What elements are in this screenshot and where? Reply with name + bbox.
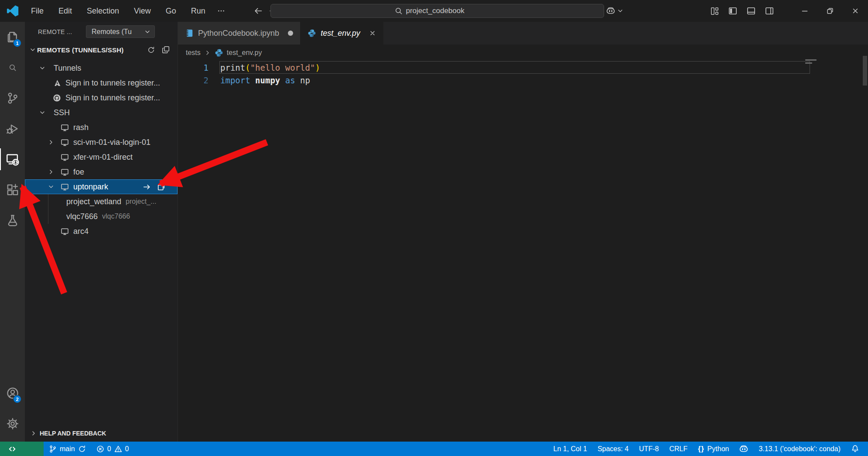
statusbar-item-label: UTF-8 bbox=[639, 445, 659, 453]
chevron-right-icon[interactable] bbox=[48, 139, 55, 146]
statusbar-item-bell[interactable] bbox=[846, 442, 865, 456]
editor-scrollbar[interactable] bbox=[863, 56, 867, 86]
activity-item-extensions[interactable] bbox=[0, 175, 25, 205]
tree-item-xfer-vm-01-direct[interactable]: xfer-vm-01-direct bbox=[25, 150, 178, 165]
branch-status[interactable]: main bbox=[44, 442, 91, 456]
tree-item-sign-in-to-tunnels-register[interactable]: Sign in to tunnels register... bbox=[25, 90, 178, 105]
remotes-tree: TunnelsSign in to tunnels register...Sig… bbox=[25, 58, 178, 239]
statusbar-item-utf-8[interactable]: UTF-8 bbox=[634, 442, 664, 456]
menu-edit[interactable]: Edit bbox=[53, 4, 78, 18]
statusbar-item-spaces-4[interactable]: Spaces: 4 bbox=[592, 442, 634, 456]
toggle-primary-sidebar-icon[interactable] bbox=[728, 7, 737, 15]
breadcrumb-file[interactable]: test_env.py bbox=[227, 49, 262, 57]
refresh-icon[interactable] bbox=[147, 46, 155, 54]
back-arrow-icon[interactable] bbox=[254, 7, 263, 15]
tree-item-sign-in-to-tunnels-register[interactable]: Sign in to tunnels register... bbox=[25, 75, 178, 90]
code-editor[interactable]: 1print("hello world")2import numpy as np bbox=[178, 61, 868, 86]
statusbar-item-3-13-1-codebook-conda[interactable]: 3.13.1 ('codebook': conda) bbox=[753, 442, 846, 456]
search-icon bbox=[9, 64, 17, 72]
activity-item-search[interactable] bbox=[0, 52, 25, 83]
minimap[interactable] bbox=[805, 59, 817, 65]
tree-item-label: foe bbox=[73, 168, 84, 177]
tree-item-sci-vm-01-via-login-01[interactable]: sci-vm-01-via-login-01 bbox=[25, 135, 178, 150]
connect-current-window-icon[interactable] bbox=[143, 183, 151, 191]
tree-item-foe[interactable]: foe bbox=[25, 165, 178, 179]
open-windows-icon[interactable] bbox=[162, 46, 170, 54]
code-token: numpy bbox=[255, 75, 280, 85]
menu-go[interactable]: Go bbox=[160, 4, 182, 18]
tab-label: PythonCodebook.ipynb bbox=[198, 29, 279, 38]
tree-item-rash[interactable]: rash bbox=[25, 120, 178, 135]
python-icon bbox=[308, 29, 316, 38]
command-center-search[interactable] bbox=[270, 4, 604, 18]
close-button[interactable] bbox=[843, 0, 868, 22]
tree-item-ssh[interactable]: SSH bbox=[25, 105, 178, 120]
statusbar-item-copilot[interactable] bbox=[734, 442, 753, 456]
activity-item-source-control[interactable] bbox=[0, 83, 25, 113]
customize-layout-icon[interactable] bbox=[711, 7, 719, 15]
code-line-1[interactable]: 1print("hello world") bbox=[178, 61, 868, 74]
tab-test-env-py[interactable]: test_env.py bbox=[301, 22, 383, 45]
chevron-down-icon[interactable] bbox=[39, 65, 46, 72]
code-line-2[interactable]: 2import numpy as np bbox=[178, 74, 868, 86]
toggle-secondary-sidebar-icon[interactable] bbox=[765, 7, 774, 15]
tree-item-label: rash bbox=[73, 123, 89, 132]
minimize-button[interactable] bbox=[792, 0, 817, 22]
tree-item-description: vlqc7666 bbox=[102, 213, 130, 220]
chevron-down-icon[interactable] bbox=[48, 183, 55, 190]
menu-selection[interactable]: Selection bbox=[81, 4, 125, 18]
monitor-icon bbox=[61, 183, 69, 191]
menu-bar: FileEditSelectionViewGoRun bbox=[25, 4, 211, 18]
help-and-feedback-section[interactable]: HELP AND FEEDBACK bbox=[25, 427, 178, 440]
code-token bbox=[295, 75, 300, 85]
settings-icon bbox=[7, 418, 19, 430]
tree-item-arc4[interactable]: arc4 bbox=[25, 224, 178, 239]
activity-item-accounts[interactable]: 2 bbox=[0, 378, 25, 408]
tree-item-label: uptonpark bbox=[73, 182, 108, 192]
chevron-down-icon[interactable] bbox=[39, 109, 46, 116]
activity-item-remote-explorer[interactable] bbox=[0, 144, 25, 175]
problems-status[interactable]: 0 0 bbox=[91, 442, 134, 456]
statusbar-item-ln-1-col-1[interactable]: Ln 1, Col 1 bbox=[548, 442, 592, 456]
tree-item-tunnels[interactable]: Tunnels bbox=[25, 61, 178, 75]
code-token: np bbox=[300, 75, 310, 85]
remote-scope-dropdown[interactable]: Remotes (Tu bbox=[86, 25, 155, 38]
statusbar-item-crlf[interactable]: CRLF bbox=[664, 442, 693, 456]
tree-item-project-wetland[interactable]: project_wetlandproject_... bbox=[25, 194, 178, 209]
copilot-icon[interactable] bbox=[606, 7, 615, 15]
chevron-down-icon[interactable] bbox=[617, 7, 624, 14]
remote-indicator[interactable] bbox=[0, 442, 44, 456]
remote-scope-label: Remotes (Tu bbox=[92, 28, 132, 36]
activity-item-explorer[interactable]: 1 bbox=[0, 22, 25, 52]
activity-item-settings[interactable] bbox=[0, 408, 25, 439]
code-token bbox=[250, 75, 255, 85]
menu-view[interactable]: View bbox=[128, 4, 157, 18]
statusbar-item-python[interactable]: {}Python bbox=[693, 442, 734, 456]
source-control-icon bbox=[7, 92, 19, 104]
braces-icon: {} bbox=[698, 445, 704, 453]
menu-run[interactable]: Run bbox=[185, 4, 211, 18]
toggle-panel-icon[interactable] bbox=[747, 7, 755, 15]
chevron-down-icon bbox=[144, 28, 151, 35]
tree-item-uptonpark[interactable]: uptonpark bbox=[25, 179, 178, 194]
connect-new-window-icon[interactable] bbox=[157, 183, 165, 191]
tab-pythoncodebook-ipynb[interactable]: PythonCodebook.ipynb bbox=[178, 22, 301, 45]
activity-item-testing[interactable] bbox=[0, 205, 25, 236]
testing-icon bbox=[7, 214, 19, 226]
tree-item-label: xfer-vm-01-direct bbox=[73, 153, 133, 162]
close-tab-icon[interactable] bbox=[369, 30, 376, 37]
chevron-right-icon[interactable] bbox=[48, 168, 55, 175]
chevron-down-icon bbox=[29, 46, 36, 53]
activity-item-run-and-debug[interactable] bbox=[0, 113, 25, 144]
tree-item-vlqc7666[interactable]: vlqc7666vlqc7666 bbox=[25, 209, 178, 224]
search-input[interactable] bbox=[406, 7, 480, 15]
line-number: 2 bbox=[178, 75, 208, 85]
restore-button[interactable] bbox=[817, 0, 843, 22]
monitor-icon bbox=[61, 138, 69, 147]
breadcrumb[interactable]: tests test_env.py bbox=[178, 45, 868, 61]
remotes-section-header[interactable]: REMOTES (TUNNELS/SSH) bbox=[25, 41, 178, 58]
menu-file[interactable]: File bbox=[25, 4, 49, 18]
errors-icon bbox=[96, 445, 104, 453]
more-menu-icon[interactable] bbox=[211, 7, 231, 15]
breadcrumb-folder[interactable]: tests bbox=[186, 49, 201, 57]
